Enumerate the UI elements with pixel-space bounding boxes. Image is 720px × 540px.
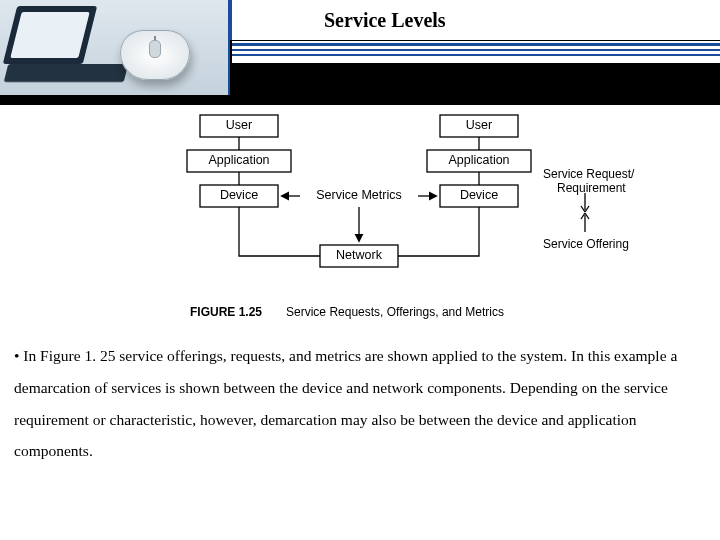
service-levels-diagram: .bx { fill:#fff; stroke:#000; stroke-wid… [165,110,660,305]
figure-caption: Service Requests, Offerings, and Metrics [286,305,504,319]
box-application-right: Application [448,153,509,167]
diagram-area: .bx { fill:#fff; stroke:#000; stroke-wid… [0,105,720,330]
label-service-offering: Service Offering [543,237,629,251]
laptop-icon [3,6,97,64]
figure-label: FIGURE 1.25 [190,305,262,319]
figure-caption-line: FIGURE 1.25 Service Requests, Offerings,… [190,305,504,319]
page-title: Service Levels [324,9,446,32]
body-copy: In Figure 1. 25 service offerings, reque… [14,347,677,459]
box-device-right: Device [460,188,498,202]
stripe-line [232,43,720,46]
label-service-request: Service Request/ Requirement [543,167,638,195]
bullet-icon: • [14,347,19,364]
laptop-mouse-graphic [0,0,230,95]
box-user-right: User [466,118,492,132]
title-container: Service Levels [232,0,720,40]
box-application-left: Application [208,153,269,167]
header-stripes [232,41,720,63]
body-paragraph: • In Figure 1. 25 service offerings, req… [14,340,706,467]
label-service-metrics: Service Metrics [316,188,401,202]
box-network: Network [336,248,383,262]
mouse-icon [120,30,190,80]
stripe-line [232,49,720,51]
keyboard-icon [4,64,128,82]
box-user-left: User [226,118,252,132]
slide-header: Service Levels [0,0,720,105]
stripe-line [232,54,720,56]
box-device-left: Device [220,188,258,202]
